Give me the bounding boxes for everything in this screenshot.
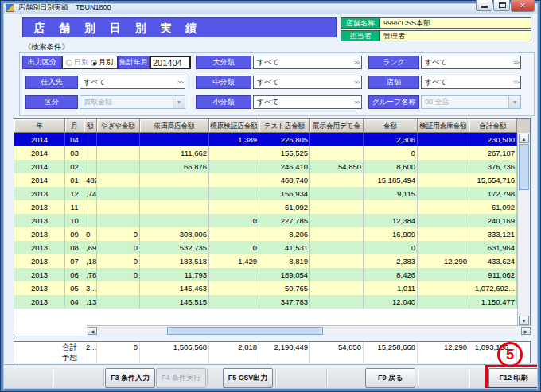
table-row[interactable]: 201401482468,74015,185,49415,654,716 <box>14 173 517 187</box>
radio-daily[interactable]: 日別 <box>66 57 88 68</box>
rank-field[interactable]: すべて>> <box>421 56 521 69</box>
category-small-expand-icon[interactable]: >> <box>354 96 360 108</box>
close-button[interactable]: ✕ <box>511 0 535 12</box>
horizontal-scroll-thumb[interactable] <box>167 327 323 335</box>
scroll-right-icon[interactable]: ▶ <box>521 327 531 335</box>
column-header-yagiya-amount[interactable]: やぎや金額 <box>97 119 140 133</box>
table-cell: 12 <box>65 187 84 200</box>
category-mid-expand-icon[interactable]: >> <box>354 76 360 88</box>
store-expand-icon[interactable]: >> <box>513 76 519 88</box>
summary-cell: 0 <box>97 342 140 352</box>
f9-back-button[interactable]: F9 戻る <box>365 368 415 388</box>
table-cell: 59,765 <box>259 281 310 295</box>
table-row[interactable]: 2013053...145,46359,7651,0111,072,692... <box>14 281 517 295</box>
table-cell <box>97 133 140 146</box>
table-cell: 267,187 <box>469 146 517 160</box>
store-name-label: 店舗名称 <box>341 17 380 29</box>
table-row[interactable]: 201403111,662155,5250267,187 <box>14 146 517 160</box>
table-cell: 61,092 <box>469 200 517 214</box>
rank-expand-icon[interactable]: >> <box>513 56 519 68</box>
table-cell: 04 <box>65 133 84 146</box>
table-cell: 2013 <box>14 268 65 281</box>
table-cell: 9,115 <box>364 187 418 200</box>
column-header-month[interactable]: 月 <box>65 119 84 133</box>
table-cell <box>84 214 97 227</box>
f4-condition-execute-button[interactable]: F4 条件実行 <box>156 368 206 388</box>
scroll-left-icon[interactable]: ◀ <box>88 327 97 335</box>
category-small-field[interactable]: すべて>> <box>253 95 362 109</box>
column-header-danbara-kensho-amount[interactable]: 檀原検証店金額 <box>209 119 259 133</box>
column-header-amount-partial[interactable]: 額 <box>84 119 97 133</box>
kubun-dropdown[interactable]: 買取金額▼ <box>80 95 185 109</box>
table-cell <box>140 133 209 146</box>
slot-divider <box>469 368 469 386</box>
group-dropdown-icon[interactable]: ▼ <box>508 96 520 108</box>
table-cell: 2,383 <box>364 254 418 268</box>
table-row[interactable]: 201306,789011,793189,0548,426911,062 <box>14 268 517 281</box>
table-row[interactable]: 201308,6980532,735041,5310631,964 <box>14 241 517 254</box>
table-cell: 146,515 <box>140 295 209 309</box>
table-cell: 8,426 <box>364 268 418 281</box>
slot-divider <box>418 368 418 386</box>
table-cell <box>418 200 469 214</box>
table-cell: 61,092 <box>259 200 310 214</box>
column-header-year[interactable]: 年 <box>14 119 65 133</box>
column-header-test-store-amount[interactable]: テスト店金額 <box>259 119 310 133</box>
supplier-field[interactable]: すべて>> <box>80 76 185 89</box>
table-cell: 2013 <box>14 295 65 309</box>
group-name-dropdown[interactable]: 00 全店▼ <box>421 95 521 109</box>
store-field[interactable]: すべて>> <box>421 76 521 89</box>
column-header-kensho-warehouse-amount[interactable]: 検証用倉庫金額 <box>418 119 469 133</box>
f3-condition-input-button[interactable]: F3 条件入力 <box>105 368 155 388</box>
table-cell: 2014 <box>14 146 65 160</box>
table-cell <box>310 241 364 254</box>
f12-print-button[interactable]: F12 印刷 <box>488 368 539 388</box>
radio-monthly[interactable]: 月別 <box>91 57 113 68</box>
column-header-total-amount[interactable]: 合計金額 <box>469 119 517 133</box>
minimize-button[interactable] <box>476 0 492 11</box>
table-cell: 532,735 <box>140 241 209 254</box>
period-input[interactable] <box>150 56 191 69</box>
horizontal-scrollbar[interactable]: ◀ ▶ <box>87 325 531 336</box>
column-header-yoda-shoten-amount[interactable]: 依田商店金額 <box>140 119 209 133</box>
manager-value: 管理者 <box>380 30 531 41</box>
kubun-dropdown-icon[interactable]: ▼ <box>173 96 185 108</box>
category-mid-field[interactable]: すべて>> <box>253 76 362 89</box>
table-row[interactable]: 2013100227,78512,384240,169 <box>14 214 517 227</box>
window-titlebar[interactable]: 店舗別日別実績 TBUN1800 <box>1 1 540 14</box>
table-row[interactable]: 20140266,876246,41054,8508,600376,736 <box>14 160 517 173</box>
slot-divider <box>103 368 104 386</box>
category-large-label: 大分類 <box>196 56 251 69</box>
table-cell: 0 <box>97 268 140 281</box>
table-cell: 2014 <box>14 173 65 187</box>
table-cell: 2013 <box>14 241 65 254</box>
table-row[interactable]: 20130900308,0068,20616,909333,121 <box>14 227 517 241</box>
category-large-field[interactable]: すべて>> <box>253 56 362 69</box>
vertical-scrollbar[interactable]: ▲ ▼ <box>517 133 530 326</box>
table-cell: 911,062 <box>469 268 517 281</box>
column-header-demo-amount[interactable]: 展示会用デモ金額 <box>310 119 364 133</box>
table-cell: 8,819 <box>259 254 310 268</box>
scroll-down-icon[interactable]: ▼ <box>519 316 529 325</box>
grid-body: 2014041,389226,8052,306230,500201403111,… <box>14 133 517 309</box>
category-large-expand-icon[interactable]: >> <box>354 56 360 68</box>
table-cell: 09 <box>65 227 84 241</box>
maximize-button[interactable] <box>493 0 510 11</box>
table-row[interactable]: 201304,139146,515347,78312,0401,150,477 <box>14 295 517 309</box>
column-header-amount[interactable]: 金額 <box>364 119 418 133</box>
f5-csv-export-button[interactable]: F5 CSV出力 <box>223 368 273 388</box>
table-cell <box>310 200 364 214</box>
summary-row-label: 予想 <box>14 352 84 363</box>
vertical-scroll-thumb[interactable] <box>519 144 529 190</box>
kubun-label: 区分 <box>25 95 78 109</box>
table-cell <box>310 227 364 241</box>
scroll-up-icon[interactable]: ▲ <box>519 134 529 143</box>
supplier-expand-icon[interactable]: >> <box>177 76 183 88</box>
table-row[interactable]: 2014041,389226,8052,306230,500 <box>14 133 517 146</box>
table-cell: 06 <box>65 268 84 281</box>
table-cell: 172,798 <box>469 187 517 200</box>
store-value: すべて <box>425 78 447 86</box>
table-row[interactable]: 20131161,09261,092 <box>14 200 517 214</box>
table-row[interactable]: 201312,749156,9349,115172,798 <box>14 187 517 200</box>
table-row[interactable]: 201307,1850183,5181,4298,8192,38312,2904… <box>14 254 517 268</box>
